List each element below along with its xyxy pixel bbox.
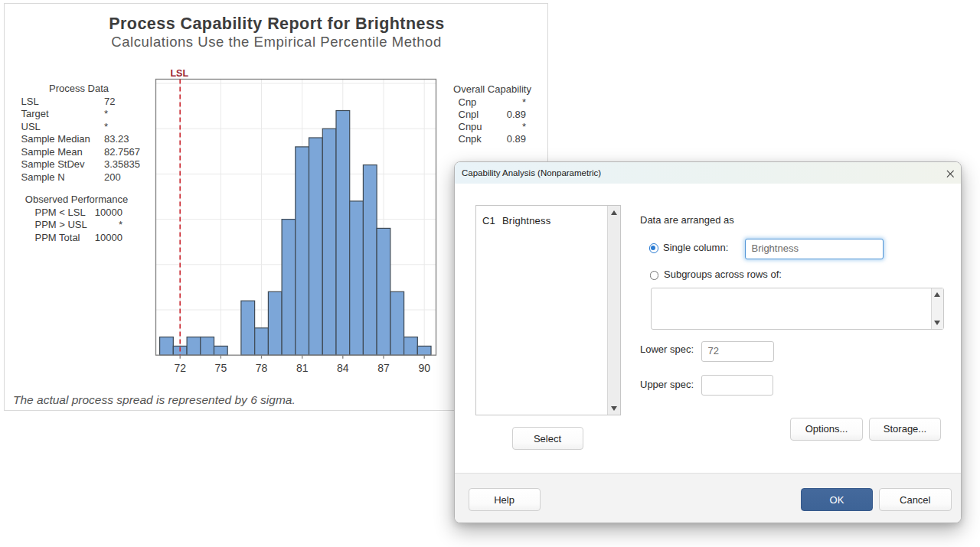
svg-text:78: 78	[256, 362, 268, 374]
svg-text:0.89: 0.89	[507, 109, 526, 120]
svg-text:Target: Target	[21, 108, 50, 119]
svg-text:72: 72	[174, 362, 186, 374]
svg-text:Observed Performance: Observed Performance	[25, 194, 128, 205]
svg-text:90: 90	[418, 362, 430, 374]
svg-text:LSL: LSL	[170, 68, 188, 79]
svg-text:75: 75	[215, 362, 227, 374]
svg-text:USL: USL	[21, 121, 41, 132]
svg-text:Cnp: Cnp	[459, 96, 477, 108]
svg-text:82.7567: 82.7567	[104, 146, 140, 158]
svg-text:*: *	[104, 108, 108, 119]
svg-text:PPM < LSL: PPM < LSL	[35, 207, 86, 218]
svg-text:LSL: LSL	[21, 96, 39, 107]
svg-text:The actual process spread is r: The actual process spread is represented…	[13, 393, 296, 406]
svg-text:Sample Median: Sample Median	[21, 133, 90, 145]
svg-text:84: 84	[337, 362, 349, 374]
svg-text:Sample N: Sample N	[21, 171, 65, 183]
svg-text:Cnpu: Cnpu	[459, 121, 482, 132]
svg-text:87: 87	[377, 362, 390, 374]
svg-text:Cnpl: Cnpl	[459, 109, 479, 120]
svg-text:Sample Mean: Sample Mean	[21, 146, 83, 158]
svg-text:10000: 10000	[95, 232, 122, 243]
svg-text:Calculations Use the Empirical: Calculations Use the Empirical Percentil…	[111, 34, 442, 50]
svg-text:Cnpk: Cnpk	[459, 133, 482, 145]
svg-text:Overall Capability: Overall Capability	[453, 83, 531, 95]
svg-text:PPM > USL: PPM > USL	[35, 219, 87, 230]
svg-text:Sample StDev: Sample StDev	[21, 158, 86, 170]
svg-text:72: 72	[104, 96, 115, 107]
svg-text:200: 200	[104, 171, 121, 183]
svg-text:*: *	[104, 121, 108, 132]
svg-text:10000: 10000	[95, 207, 122, 218]
svg-text:*: *	[522, 121, 526, 132]
svg-text:*: *	[119, 219, 122, 230]
svg-text:*: *	[522, 96, 526, 108]
svg-text:PPM Total: PPM Total	[35, 232, 80, 243]
svg-text:Process Data: Process Data	[49, 83, 109, 94]
svg-text:3.35835: 3.35835	[104, 158, 140, 170]
svg-text:81: 81	[296, 362, 309, 374]
svg-text:0.89: 0.89	[507, 133, 526, 145]
svg-text:Process Capability Report for: Process Capability Report for Brightness	[109, 15, 445, 33]
svg-text:83.23: 83.23	[104, 133, 129, 145]
